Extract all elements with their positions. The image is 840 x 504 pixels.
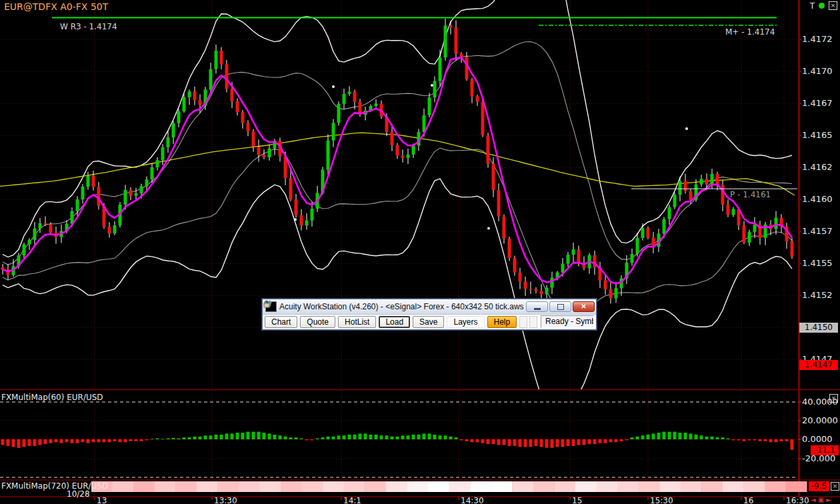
- layers-button[interactable]: Layers: [447, 316, 484, 328]
- price-badge-gray: 1.4150: [799, 323, 838, 333]
- strip-segment: [449, 481, 471, 492]
- histogram-bar: [289, 437, 293, 439]
- scroll-arrows[interactable]: ◄▣►: [811, 496, 833, 503]
- histogram-bar: [156, 439, 159, 439]
- weekly-r3-label: W R3 - 1.4174: [60, 22, 117, 31]
- candle-body: [327, 141, 330, 170]
- candle-body: [348, 92, 351, 94]
- candle-body: [241, 112, 245, 123]
- quote-button[interactable]: Quote: [300, 316, 335, 328]
- price-tick-label: 1.4152: [802, 290, 833, 300]
- histogram-bar: [87, 439, 90, 443]
- candle-body: [295, 199, 298, 215]
- histogram-bar: [471, 439, 474, 442]
- histogram-bar: [780, 439, 783, 441]
- histogram-bar: [28, 439, 31, 446]
- candle-body: [407, 155, 410, 158]
- candle-body: [412, 145, 415, 155]
- lock-icon[interactable]: [529, 316, 537, 328]
- candle-body: [503, 217, 506, 239]
- main-chart-plot: [0, 0, 797, 425]
- price-tick-label: 1.4160: [802, 194, 833, 204]
- histogram-bar: [401, 435, 405, 439]
- histogram-bar: [172, 438, 175, 439]
- histogram-bar: [551, 439, 554, 448]
- histogram-bar: [705, 437, 709, 439]
- candle-body: [209, 69, 213, 90]
- candle-body: [524, 281, 527, 289]
- histogram-bar: [119, 439, 122, 442]
- histogram-bar: [337, 435, 341, 439]
- window-titlebar[interactable]: Acuity WorkStation (v4.260) - <eSignal> …: [263, 299, 596, 315]
- save-button[interactable]: Save: [413, 316, 444, 328]
- close-icon[interactable]: ×: [829, 1, 837, 10]
- candle-body: [236, 101, 239, 112]
- strip-segment: [113, 481, 134, 492]
- histogram-bar: [236, 433, 239, 439]
- candle-body: [561, 264, 565, 273]
- strip-segment: [659, 481, 681, 492]
- histogram-bar: [359, 433, 362, 439]
- panel2-close-icon[interactable]: ×: [829, 394, 838, 403]
- candle-body: [492, 164, 495, 191]
- histogram-bar: [407, 435, 410, 439]
- histogram-bar: [684, 433, 687, 439]
- chart-button[interactable]: Chart: [265, 316, 297, 328]
- fast-ma-line: [3, 58, 792, 284]
- candle-body: [679, 181, 682, 195]
- histogram-bar: [737, 439, 741, 440]
- candle-body: [337, 104, 341, 123]
- histogram-bar: [177, 439, 181, 439]
- candle-body: [108, 227, 111, 233]
- candle-body: [199, 100, 202, 105]
- refresh-icon[interactable]: [519, 316, 527, 328]
- candle-body: [97, 187, 101, 205]
- histogram-bar: [209, 435, 213, 439]
- strip-segment: [260, 481, 281, 492]
- strip-close-icon[interactable]: ×: [831, 482, 839, 491]
- candle-body: [481, 102, 485, 135]
- histogram-bar: [188, 437, 191, 439]
- strip-segment: [133, 481, 155, 492]
- signal-dot: [685, 127, 688, 130]
- histogram-bar: [449, 437, 453, 439]
- strip-segment: [175, 481, 197, 492]
- candle-body: [23, 245, 26, 256]
- text-tool-icon[interactable]: T: [810, 2, 815, 10]
- histogram-bar: [631, 437, 634, 439]
- close-button[interactable]: ✕: [573, 301, 595, 312]
- histogram-bar: [39, 439, 42, 445]
- histogram-bar: [167, 439, 170, 439]
- help-button[interactable]: Help: [487, 316, 517, 328]
- hotlist-button[interactable]: HotList: [338, 316, 376, 328]
- candle-body: [705, 179, 709, 184]
- candle-body: [513, 258, 517, 273]
- minimize-button[interactable]: [526, 301, 548, 312]
- candle-body: [433, 81, 437, 97]
- candle-body: [428, 97, 431, 115]
- panel-fxmultimap60-label: FXMultiMap(60) EUR/USD: [1, 393, 103, 402]
- acuity-workstation-window[interactable]: Acuity WorkStation (v4.260) - <eSignal> …: [262, 299, 597, 330]
- candle-body: [193, 91, 197, 100]
- histogram-bar: [391, 437, 394, 439]
- histogram-bar: [599, 439, 602, 443]
- strip-segment: [491, 481, 513, 492]
- histogram-bar: [215, 435, 218, 439]
- symbol-title: EUR@TDFX A0-FX 50T: [4, 1, 108, 12]
- histogram-bar: [748, 439, 751, 440]
- histogram-bar: [81, 439, 85, 442]
- candle-body: [247, 123, 250, 132]
- candle-body: [753, 225, 757, 232]
- candle-body: [332, 123, 335, 140]
- restore-button[interactable]: [549, 301, 571, 312]
- price-tick-label: 1.4172: [802, 34, 833, 44]
- histogram-bar: [369, 435, 373, 439]
- load-button[interactable]: Load: [379, 316, 410, 328]
- histogram-bar: [1, 439, 5, 445]
- candle-body: [177, 111, 181, 123]
- strip-segment: [743, 481, 765, 492]
- candle-body: [663, 219, 666, 234]
- histogram-bar: [620, 439, 623, 441]
- histogram-bar: [7, 439, 10, 446]
- strip-segment: [365, 481, 386, 492]
